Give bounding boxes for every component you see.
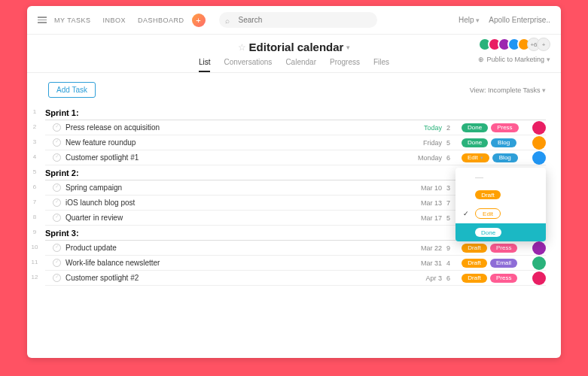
workspace-link[interactable]: Apollo Enterprise.. [489,16,550,24]
status-pill: Draft [475,190,501,199]
menu-icon[interactable] [38,17,47,23]
search-input[interactable] [219,12,377,28]
subtask-count: 6 [446,274,457,282]
task-name[interactable]: Customer spotlight #2 [66,274,406,282]
help-link[interactable]: Help ▾ [459,16,480,24]
task-row: Product update Mar 22 9 DraftPress [45,241,546,256]
task-name[interactable]: Press release on acquisition [66,123,406,132]
task-name[interactable]: Spring campaign [66,183,406,192]
tag-pill[interactable]: Done [462,138,488,147]
quick-add-button[interactable]: + [192,14,206,27]
due-date[interactable]: Mar 31 [410,259,442,267]
topbar-right: Help ▾ Apollo Enterprise.. [459,16,550,24]
topbar: MY TASKS INBOX DASHBOARD + ⌕ Help ▾ Apol… [27,6,561,35]
tags: DonePress [462,123,528,132]
tag-pill[interactable]: Blog [491,138,516,147]
tag-pill[interactable]: Press [490,244,517,253]
due-date[interactable]: Mar 17 [410,214,442,222]
tab-files[interactable]: Files [373,58,389,72]
app-window: MY TASKS INBOX DASHBOARD + ⌕ Help ▾ Apol… [27,6,561,358]
privacy-selector[interactable]: ⊕ Public to Marketing ▾ [478,56,550,63]
complete-checkbox[interactable] [53,214,61,222]
title-chevron-icon[interactable]: ▾ [346,44,350,51]
nav-dashboard[interactable]: DASHBOARD [138,17,184,24]
subtask-count: 5 [446,139,457,147]
view-selector[interactable]: View: Incomplete Tasks ▾ [470,86,546,94]
assignee-avatar[interactable] [532,271,546,285]
search-icon: ⌕ [225,16,230,24]
complete-checkbox[interactable] [53,199,61,207]
subtask-count: 2 [446,124,457,132]
due-date[interactable]: Mar 22 [410,244,442,252]
due-date[interactable]: Mar 13 [410,199,442,207]
assignee-avatar[interactable] [532,241,546,255]
tab-calendar[interactable]: Calendar [285,58,316,72]
tag-pill[interactable]: Edit▾ [462,153,489,162]
tag-pill[interactable]: Press [490,274,517,283]
dropdown-item[interactable]: ✓ Edit [455,204,546,223]
assignee-avatar[interactable] [532,151,546,165]
list-toolbar: Add Task View: Incomplete Tasks ▾ [45,82,546,98]
tags: DraftPress [462,244,528,253]
nav-inbox[interactable]: INBOX [103,17,126,24]
tag-pill[interactable]: Done [462,123,488,132]
tab-progress[interactable]: Progress [330,58,360,72]
task-name[interactable]: Work-life balance newsletter [66,259,406,267]
check-icon: ✓ [463,210,471,217]
task-name[interactable]: Quarter in review [66,214,406,222]
main: 123456789101112 Add Task View: Incomplet… [27,73,561,295]
task-row: Press release on acquisition Today 2 Don… [45,120,546,135]
tag-pill[interactable]: Draft [462,259,487,268]
task-row: New feature roundup Friday 5 DoneBlog [45,135,546,150]
status-pill: Done [475,228,501,237]
due-date[interactable]: Today [410,124,442,132]
status-dropdown: — Draft✓ Edit Done [455,168,546,241]
complete-checkbox[interactable] [53,274,61,282]
due-date[interactable]: Mar 10 [410,184,442,192]
due-date[interactable]: Friday [410,139,442,147]
status-pill: Edit [475,208,501,219]
assignee-avatar[interactable] [532,121,546,135]
add-member-button[interactable]: + [537,38,550,51]
complete-checkbox[interactable] [53,153,61,162]
complete-checkbox[interactable] [53,183,61,192]
dropdown-item-blank[interactable]: — [455,168,546,186]
task-row: Customer spotlight #2 Apr 3 6 DraftPress [45,271,546,286]
dropdown-item[interactable]: Done [455,223,546,241]
tags: DoneBlog [462,138,528,147]
tab-list[interactable]: List [199,58,211,72]
dropdown-item[interactable]: Draft [455,186,546,204]
tags: DraftEmail [462,259,528,268]
complete-checkbox[interactable] [53,259,61,267]
complete-checkbox[interactable] [53,123,61,132]
task-name[interactable]: Customer spotlight #1 [66,153,406,162]
task-name[interactable]: Product update [66,244,406,252]
tag-pill[interactable]: Draft [462,244,487,253]
assignee-avatar[interactable] [532,256,546,270]
section-header[interactable]: Sprint 1: [45,105,546,120]
add-task-button[interactable]: Add Task [48,82,96,98]
star-icon[interactable]: ☆ [238,42,246,53]
due-date[interactable]: Monday [410,154,442,162]
page-title[interactable]: Editorial calendar [249,41,344,53]
nav-mytasks[interactable]: MY TASKS [54,17,91,24]
tag-pill[interactable]: Email [490,259,517,268]
complete-checkbox[interactable] [53,244,61,252]
task-name[interactable]: iOS launch blog post [66,199,406,207]
subtask-count: 9 [446,244,457,252]
content: Add Task View: Incomplete Tasks ▾ Sprint… [42,73,561,295]
task-row: Customer spotlight #1 Monday 6 Edit▾Blog [45,150,546,165]
tab-conversations[interactable]: Conversations [224,58,272,72]
tag-pill[interactable]: Blog [492,153,518,162]
complete-checkbox[interactable] [53,138,61,147]
due-date[interactable]: Apr 3 [410,274,442,282]
task-name[interactable]: New feature roundup [66,138,406,147]
subtask-count: 4 [446,259,457,267]
tags: DraftPress [462,274,528,283]
project-header: ☆ Editorial calendar ▾ +6 + List Convers… [27,35,561,73]
tag-pill[interactable]: Draft [462,274,487,283]
assignee-avatar[interactable] [532,136,546,150]
tag-pill[interactable]: Press [491,123,518,132]
search-wrap: ⌕ [219,12,377,28]
globe-icon: ⊕ [478,56,484,63]
